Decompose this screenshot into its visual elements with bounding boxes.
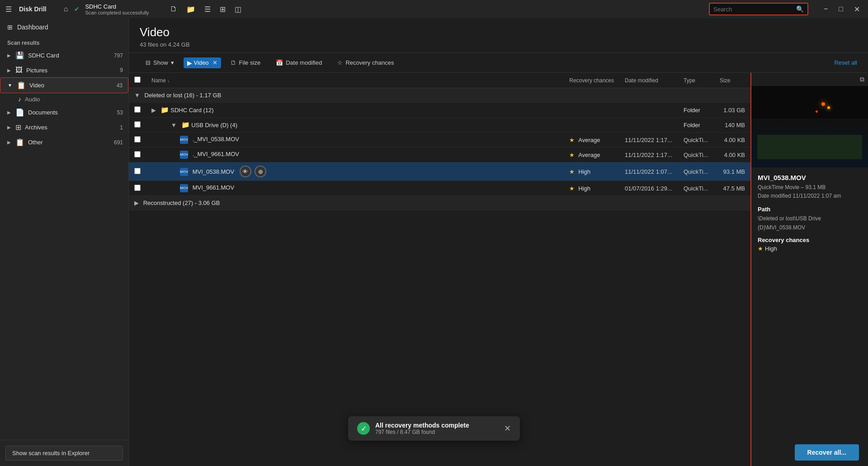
filter-icon: ⊟ [146,59,151,66]
close-button[interactable]: ✕ [851,4,863,14]
expand-icon: ▶ [7,110,11,115]
recovery-filter-button[interactable]: ☆ Recovery chances [331,57,400,69]
notif-subtitle: 797 files / 8.47 GB found [375,429,469,435]
preview-expand-button[interactable]: ⧉ [860,76,864,83]
sidebar-dashboard[interactable]: ⊞ Dashboard [0,18,128,36]
table-row: MOV ._MVI_9661.MOV ★ Average 11/11/2022 … [129,147,750,162]
group-expand-icon[interactable]: ▶ [134,200,139,206]
row-checkbox-cell[interactable] [129,118,146,133]
minimize-button[interactable]: − [821,4,830,14]
recover-button[interactable]: ⊕ [255,166,266,177]
preview-button[interactable]: 👁 [240,166,251,177]
row-name-cell: MOV MVI_9661.MOV [146,181,564,196]
group-expand-icon[interactable]: ▼ [134,92,140,99]
video-filter-tag[interactable]: ▶ Video ✕ [184,57,221,68]
row-checkbox[interactable] [134,106,141,113]
table-row: MOV ._MVI_0538.MOV ★ Average 11/11/2022 … [129,133,750,147]
sidebar-item-video[interactable]: ▼ 📋 Video 43 [0,77,128,93]
sidebar-item-documents[interactable]: ▶ 📄 Documents 53 [0,105,128,120]
row-checkbox-cell[interactable] [129,147,146,162]
row-checkbox[interactable] [134,151,141,157]
folder-icon: 📁 [181,121,190,128]
table-row-selected[interactable]: MOV MVI_0538.MOV 👁 ⊕ ★ High [129,162,750,181]
dashboard-label: Dashboard [17,24,48,31]
size-cell: 1.03 GB [714,103,750,118]
row-checkbox-cell[interactable] [129,133,146,147]
search-input[interactable] [713,6,796,13]
filesize-filter-button[interactable]: 🗋 File size [225,57,267,69]
row-name-cell: MOV ._MVI_9661.MOV [146,147,564,162]
other-label: Other [28,139,110,146]
group-deleted[interactable]: ▼ Deleted or lost (16) - 1.17 GB [129,88,750,103]
file-name: ._MVI_0538.MOV [193,136,239,143]
date-cell: 11/11/2022 1:17... [619,133,678,147]
grid-icon[interactable]: ⊞ [217,3,228,15]
recover-all-button[interactable]: Recover all... [795,444,859,461]
row-checkbox-cell[interactable] [129,103,146,118]
folder-icon: 📁 [160,106,169,114]
show-button[interactable]: ⊟ Show ▾ [140,57,180,69]
sidebar-item-sdhc[interactable]: ▶ 💾 SDHC Card 797 [0,48,128,63]
select-all-header[interactable] [129,73,146,88]
date-column-header[interactable]: Date modified [619,73,678,88]
recovery-cell [564,118,619,133]
name-column-header[interactable]: Name ↓ [146,73,564,88]
recovery-badge: ★ High [569,185,614,192]
select-all-checkbox[interactable] [134,76,141,83]
group-reconstructed[interactable]: ▶ Reconstructed (27) - 3.06 GB [129,196,750,210]
size-cell: 93.1 MB [714,162,750,181]
archives-count: 1 [120,124,123,131]
row-name-cell: ▼ 📁 USB Drive (D) (4) [146,118,564,133]
star-icon: ★ [758,245,763,252]
show-explorer-button[interactable]: Show scan results in Explorer [5,446,123,461]
sidebar-item-archives[interactable]: ▶ ⊞ Archives 1 [0,120,128,135]
row-checkbox[interactable] [134,185,141,191]
device-status: Scan completed successfully [85,10,149,15]
datemod-filter-button[interactable]: 📅 Date modified [270,57,328,69]
recovery-text: Average [578,152,600,158]
type-column-header[interactable]: Type [678,73,714,88]
type-cell: QuickTi... [678,181,714,196]
table-row: ▶ 📁 SDHC Card (12) Folder 1.03 GB [129,103,750,118]
audio-label: Audio [25,96,123,103]
table-area: Name ↓ Recovery chances Date modified Ty… [129,73,868,466]
recovery-column-header[interactable]: Recovery chances [564,73,619,88]
recovery-cell [564,103,619,118]
expand-icon[interactable]: ▼ [171,122,177,128]
table-row: MOV MVI_9661.MOV ★ High 01/07/2016 1:29.… [129,181,750,196]
group-reconstructed-label: Reconstructed (27) - 3.06 GB [143,200,220,206]
sdhc-label: SDHC Card [28,52,110,59]
row-checkbox[interactable] [134,168,141,174]
row-checkbox[interactable] [134,121,141,128]
notif-close-button[interactable]: ✕ [504,423,511,433]
row-checkbox-cell[interactable] [129,181,146,196]
list-icon[interactable]: ☰ [202,3,213,15]
toolbar: ⊟ Show ▾ ▶ Video ✕ 🗋 File size 📅 Date mo… [129,53,868,73]
menu-icon[interactable]: ☰ [5,5,12,14]
sidebar: ⊞ Dashboard Scan results ▶ 💾 SDHC Card 7… [0,18,129,466]
sidebar-item-other[interactable]: ▶ 📋 Other 691 [0,135,128,150]
reset-all-button[interactable]: Reset all [834,59,857,66]
row-name-cell: MOV MVI_0538.MOV 👁 ⊕ [146,162,564,181]
datemod-label: Date modified [286,59,322,66]
row-checkbox-cell[interactable] [129,162,146,181]
maximize-button[interactable]: □ [836,4,846,14]
video-filter-close[interactable]: ✕ [212,59,217,66]
grid-icon: ⊞ [7,24,13,31]
search-box[interactable]: 🔍 [709,3,808,15]
folder-icon[interactable]: 📁 [184,3,198,15]
preview-recovery-title: Recovery chances [758,237,862,243]
sidebar-item-audio[interactable]: ♪ Audio [0,93,128,105]
recovery-cell: ★ Average [564,133,619,147]
audio-icon: ♪ [18,95,21,103]
home-icon[interactable]: ⌂ [61,3,71,15]
expand-icon[interactable]: ▶ [151,107,156,114]
size-column-header[interactable]: Size [714,73,750,88]
expand-icon: ▼ [8,83,12,88]
file-icon[interactable]: 🗋 [167,3,180,15]
sidebar-item-pictures[interactable]: ▶ 🖼 Pictures 9 [0,63,128,77]
date-cell [619,118,678,133]
pane-icon[interactable]: ◫ [232,3,244,15]
nav-icons: ⌂ ✔ SDHC Card Scan completed successfull… [61,3,244,15]
row-checkbox[interactable] [134,136,141,143]
